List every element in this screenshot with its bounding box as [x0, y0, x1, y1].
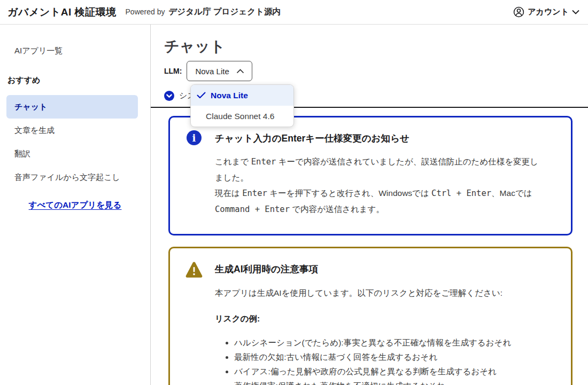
account-label: アカウント [528, 7, 569, 17]
sidebar-item-label: 文章を生成 [14, 125, 55, 136]
sidebar-item-translate[interactable]: 翻訳 [6, 142, 138, 166]
llm-dropdown-menu: Nova Lite Claude Sonnet 4.6 [190, 84, 294, 127]
notice-body: これまで Enter キーで内容が送信されていましたが、誤送信防止のため仕様を変… [215, 154, 555, 217]
info-icon: i [185, 130, 203, 145]
risk-examples-heading: リスクの例: [215, 313, 555, 325]
notice-header-row: i チャット入力のEnterキー仕様変更のお知らせ [185, 130, 555, 145]
llm-selector-row: LLM: Nova Lite [164, 61, 588, 81]
llm-selected-value: Nova Lite [195, 67, 229, 76]
sidebar-item-generate-text[interactable]: 文章を生成 [6, 119, 138, 142]
notice-line: ました。 [215, 170, 555, 185]
warning-icon [185, 261, 203, 278]
sidebar-item-chat[interactable]: チャット [6, 95, 138, 119]
llm-select-button[interactable]: Nova Lite [187, 61, 252, 81]
powered-by-org: デジタル庁 プロジェクト源内 [168, 6, 280, 18]
llm-option-claude-sonnet[interactable]: Claude Sonnet 4.6 [191, 106, 293, 127]
check-icon [197, 92, 206, 99]
sidebar-item-label: 音声ファイルから文字起こし [14, 172, 120, 183]
llm-option-nova-lite[interactable]: Nova Lite [191, 85, 293, 106]
powered-by-prefix: Powered by [126, 7, 165, 16]
llm-option-label: Claude Sonnet 4.6 [206, 112, 274, 121]
risk-item: 最新性の欠如:古い情報に基づく回答を生成するおそれ [234, 350, 555, 364]
risk-item: ハルシネーション(でたらめ):事実と異なる不正確な情報を生成するおそれ [234, 335, 555, 350]
sidebar-item-label: チャット [14, 102, 47, 112]
notice-line: Command + Enter で内容が送信されます。 [215, 201, 555, 217]
chevron-up-icon [236, 69, 244, 74]
caution-header-row: 生成AI利用時の注意事項 [185, 261, 555, 278]
sidebar-section-recommended: おすすめ [0, 75, 150, 85]
caution-body: 本アプリは生成AIを使用しています。以下のリスクと対応をご理解ください: リスク… [215, 287, 555, 385]
notice-line: 現在は Enter キーを押下すると改行され、Windowsでは Ctrl + … [215, 185, 555, 201]
view-all-apps-wrap: すべてのAIアプリを見る [0, 200, 150, 211]
sidebar: AIアプリ一覧 おすすめ チャット 文章を生成 翻訳 音声ファイルから文字起こし… [0, 25, 151, 385]
sidebar-item-ai-app-list[interactable]: AIアプリ一覧 [0, 41, 150, 61]
llm-label: LLM: [164, 67, 182, 75]
ai-caution-box: 生成AI利用時の注意事項 本アプリは生成AIを使用しています。以下のリスクと対応… [168, 247, 572, 385]
caution-title: 生成AI利用時の注意事項 [215, 261, 318, 276]
caution-intro: 本アプリは生成AIを使用しています。以下のリスクと対応をご理解ください: [215, 287, 555, 300]
sidebar-nav: チャット 文章を生成 翻訳 音声ファイルから文字起こし [0, 95, 150, 189]
app-header: ガバメントAI 検証環境 Powered by デジタル庁 プロジェクト源内 ア… [0, 0, 588, 25]
notice-title: チャット入力のEnterキー仕様変更のお知らせ [215, 130, 409, 145]
account-icon [513, 6, 524, 18]
sidebar-item-transcribe-audio[interactable]: 音声ファイルから文字起こし [6, 166, 138, 189]
account-button[interactable]: アカウント [513, 6, 579, 18]
page-title: チャット [164, 38, 588, 54]
llm-option-label: Nova Lite [211, 91, 248, 100]
risk-item: バイアス:偏った見解や政府の公式見解と異なる判断を生成するおそれ [234, 364, 555, 379]
main-content: チャット LLM: Nova Lite シ [151, 25, 588, 385]
sidebar-item-label: 翻訳 [14, 149, 30, 159]
chevron-down-icon [572, 10, 579, 14]
powered-by: Powered by デジタル庁 プロジェクト源内 [126, 6, 281, 18]
risk-list: ハルシネーション(でたらめ):事実と異なる不正確な情報を生成するおそれ 最新性の… [215, 335, 555, 385]
notice-line: これまで Enter キーで内容が送信されていましたが、誤送信防止のため仕様を変… [215, 154, 555, 170]
view-all-apps-link[interactable]: すべてのAIアプリを見る [29, 200, 122, 209]
enter-key-notice-box: i チャット入力のEnterキー仕様変更のお知らせ これまで Enter キーで… [168, 116, 572, 235]
app-title: ガバメントAI 検証環境 [7, 5, 117, 19]
risk-item: 著作権侵害:保護された著作物を不適切に生成するおそれ [234, 379, 555, 385]
accordion-toggle-icon[interactable] [164, 91, 174, 101]
